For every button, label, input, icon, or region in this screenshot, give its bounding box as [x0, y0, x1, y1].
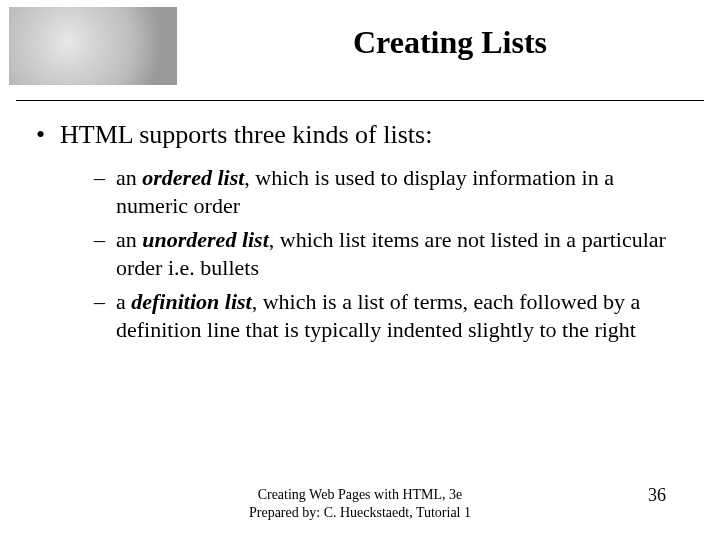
dash-icon: –: [94, 288, 116, 316]
list-item-text: a definition list, which is a list of te…: [116, 288, 676, 344]
bullet-icon: •: [36, 120, 60, 150]
list-item-text: an unordered list, which list items are …: [116, 226, 676, 282]
dash-icon: –: [94, 164, 116, 192]
footer-text: Creating Web Pages with HTML, 3e Prepare…: [0, 486, 720, 522]
list-item: – an ordered list, which is used to disp…: [94, 164, 684, 220]
slide-body: • HTML supports three kinds of lists: – …: [36, 120, 684, 350]
slide-title: Creating Lists: [200, 24, 700, 61]
divider: [16, 100, 704, 101]
list-item-text: HTML supports three kinds of lists:: [60, 120, 432, 150]
slide-header: Creating Lists: [0, 0, 720, 100]
dash-icon: –: [94, 226, 116, 254]
sub-list: – an ordered list, which is used to disp…: [94, 164, 684, 344]
slide: Creating Lists • HTML supports three kin…: [0, 0, 720, 540]
list-item: – a definition list, which is a list of …: [94, 288, 684, 344]
list-item-text: an ordered list, which is used to displa…: [116, 164, 676, 220]
page-number: 36: [648, 485, 666, 506]
list-item: – an unordered list, which list items ar…: [94, 226, 684, 282]
header-image: [8, 6, 178, 86]
list-item: • HTML supports three kinds of lists:: [36, 120, 684, 150]
slide-footer: Creating Web Pages with HTML, 3e Prepare…: [0, 486, 720, 526]
